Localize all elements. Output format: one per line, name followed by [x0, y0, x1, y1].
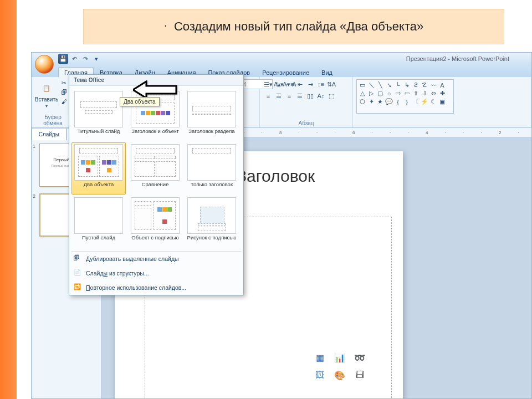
- shape-scribble-icon[interactable]: 〰: [429, 81, 438, 89]
- group-clipboard-label: Буфер обмена: [35, 114, 71, 126]
- shape-arrowlr-icon[interactable]: ⇔: [429, 89, 438, 98]
- columns-button[interactable]: ▯▯: [305, 91, 315, 101]
- insert-media-icon[interactable]: 🎞: [351, 368, 368, 382]
- align-text-button[interactable]: A↕: [316, 91, 326, 101]
- layout-comparison[interactable]: Сравнение: [128, 142, 182, 195]
- redo-icon[interactable]: ↷: [80, 54, 90, 64]
- shape-arrowr-icon[interactable]: ⇨: [393, 89, 402, 98]
- shape-star5-icon[interactable]: ★: [376, 98, 385, 106]
- shape-lightning-icon[interactable]: ⚡: [420, 98, 429, 106]
- insert-table-icon[interactable]: ▦: [311, 350, 328, 365]
- shape-curve-icon[interactable]: Ƨ: [411, 81, 420, 89]
- shape-textbox-icon[interactable]: A: [438, 81, 447, 89]
- shape-brace2-icon[interactable]: }: [402, 98, 411, 106]
- layout-content-caption[interactable]: Объект с подписью: [128, 196, 182, 248]
- shape-star4-icon[interactable]: ✦: [367, 98, 376, 106]
- slide-title-placeholder[interactable]: Заголовок: [237, 167, 315, 186]
- scissors-icon: ✂: [62, 80, 69, 88]
- shape-freeform-icon[interactable]: ☡: [420, 81, 429, 89]
- shape-arrow-icon[interactable]: ↘: [385, 81, 393, 89]
- layout-label: Два объекта: [84, 181, 114, 193]
- layout-title-slide[interactable]: Титульный слайд: [71, 89, 126, 141]
- shape-arrowu-icon[interactable]: ⇧: [411, 89, 420, 98]
- shape-line-icon[interactable]: ＼: [367, 81, 376, 89]
- tab-view[interactable]: Вид: [315, 67, 339, 77]
- shape-rrect-icon[interactable]: ▢: [376, 89, 385, 98]
- shape-moon-icon[interactable]: ☾: [429, 98, 438, 106]
- shape-line2-icon[interactable]: ╲: [376, 81, 385, 89]
- layout-label: Сравнение: [142, 181, 169, 193]
- layout-gallery-menu: Тема Office Титульный слайд Заголовок и …: [69, 74, 244, 295]
- duplicate-icon: 🗐: [74, 254, 83, 263]
- align-center-button[interactable]: ☰: [274, 91, 284, 101]
- layout-label: Титульный слайд: [78, 127, 120, 140]
- layout-title-only[interactable]: Только заголовок: [185, 142, 239, 195]
- shape-brace-icon[interactable]: {: [393, 98, 402, 106]
- slides-from-outline-command[interactable]: 📄 Слайды из структуры...: [69, 266, 243, 280]
- shape-arrowd-icon[interactable]: ⇩: [420, 89, 429, 98]
- align-left-button[interactable]: ≡: [263, 91, 273, 101]
- group-paragraph-label: Абзац: [263, 120, 349, 126]
- cmd-label: Повторное использование слайдов...: [86, 284, 186, 291]
- layout-label: Рисунок с подписью: [187, 234, 237, 246]
- shape-bracket-icon[interactable]: 〔: [411, 98, 420, 106]
- insert-clipart-icon[interactable]: 🎨: [331, 368, 348, 382]
- layout-section-header[interactable]: Заголовок раздела: [185, 89, 239, 141]
- shape-tri-icon[interactable]: △: [358, 89, 367, 98]
- group-drawing-label: [356, 126, 528, 126]
- shape-connector-icon[interactable]: ↳: [402, 81, 411, 89]
- layout-label: Объект с подписью: [131, 234, 178, 246]
- shape-action-icon[interactable]: ▣: [438, 98, 447, 106]
- reuse-slides-command[interactable]: 🔁 Повторное использование слайдов...: [69, 280, 243, 295]
- shape-oval-icon[interactable]: ○: [385, 89, 393, 98]
- layout-blank[interactable]: Пустой слайд: [71, 196, 126, 248]
- side-tab-slides[interactable]: Слайды: [32, 128, 66, 140]
- numbering-button[interactable]: ⒈▾: [274, 79, 284, 89]
- group-paragraph: ☰▾ ⒈▾ →≡ ⇤ ⇥ ↕≡ ⇅A ≡ ☰ ≡ ☰ ▯▯ A↕ ⬚: [260, 77, 353, 127]
- reuse-icon: 🔁: [74, 283, 83, 292]
- shape-arrowl-icon[interactable]: ⇦: [402, 89, 411, 98]
- cmd-label: Слайды из структуры...: [86, 270, 149, 277]
- increase-indent-button[interactable]: ⇥: [305, 79, 315, 89]
- copy-icon: 🗐: [62, 89, 69, 97]
- shape-callout-icon[interactable]: 💬: [385, 98, 393, 106]
- svg-marker-0: [133, 81, 176, 98]
- office-button[interactable]: [35, 55, 54, 74]
- group-drawing: ▭ ＼ ╲ ↘ └ ↳ Ƨ ☡ 〰 A △ ▷ ▢ ○ ⇨ ⇦ ⇧: [353, 77, 531, 127]
- clipboard-icon: 📋: [39, 80, 54, 96]
- layout-label: Заголовок и объект: [131, 127, 179, 140]
- qat-more-icon[interactable]: ▾: [91, 54, 101, 64]
- paste-button[interactable]: 📋 Вставить ▾: [35, 79, 58, 114]
- duplicate-slides-command[interactable]: 🗐 Дублировать выделенные слайды: [69, 252, 243, 266]
- tab-review[interactable]: Рецензирование: [256, 67, 315, 77]
- content-placeholder-icons: ▦ 📊 ➿ 🖼 🎨 🎞: [311, 350, 372, 382]
- shapes-gallery[interactable]: ▭ ＼ ╲ ↘ └ ↳ Ƨ ☡ 〰 A △ ▷ ▢ ○ ⇨ ⇦ ⇧: [356, 79, 454, 114]
- layout-two-content[interactable]: Два объекта: [71, 142, 126, 195]
- brush-icon: 🖌: [62, 99, 69, 106]
- justify-button[interactable]: ☰: [295, 91, 305, 101]
- decrease-indent-button[interactable]: ⇤: [295, 79, 305, 89]
- titlebar: Презентация2 - Microsoft PowerPoint: [32, 53, 531, 65]
- shape-hex-icon[interactable]: ⬡: [358, 98, 367, 106]
- list-level-button[interactable]: →≡: [284, 79, 294, 89]
- shape-rect-icon[interactable]: ▭: [358, 81, 367, 89]
- bullets-button[interactable]: ☰▾: [263, 79, 273, 89]
- undo-icon[interactable]: ↶: [69, 54, 79, 64]
- thumb-number: 1: [33, 144, 35, 149]
- insert-picture-icon[interactable]: 🖼: [311, 368, 328, 382]
- text-direction-button[interactable]: ⇅A: [326, 79, 336, 89]
- outline-icon: 📄: [74, 269, 83, 278]
- shape-plus-icon[interactable]: ✚: [438, 89, 447, 98]
- thumb-number: 2: [33, 193, 35, 199]
- insert-smartart-icon[interactable]: ➿: [351, 350, 368, 365]
- layout-picture-caption[interactable]: Рисунок с подписью: [185, 196, 239, 248]
- smartart-convert-button[interactable]: ⬚: [326, 91, 336, 101]
- line-spacing-button[interactable]: ↕≡: [316, 79, 326, 89]
- shape-rtri-icon[interactable]: ▷: [367, 89, 376, 98]
- layout-tooltip: Два объекта: [120, 97, 160, 106]
- save-icon[interactable]: 💾: [58, 54, 68, 64]
- align-right-button[interactable]: ≡: [284, 91, 294, 101]
- insert-chart-icon[interactable]: 📊: [331, 350, 348, 365]
- shape-elbow-icon[interactable]: └: [393, 81, 402, 89]
- cmd-label: Дублировать выделенные слайды: [86, 255, 179, 262]
